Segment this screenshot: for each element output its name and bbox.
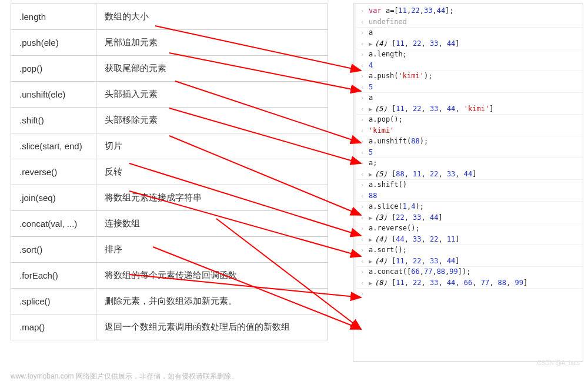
chevron-right-icon: › (360, 71, 369, 82)
chevron-right-icon: › (360, 49, 369, 60)
chevron-right-icon: › (360, 202, 369, 212)
method-name-cell: .reverse() (11, 159, 96, 185)
methods-table: .length数组的大小.push(ele)尾部追加元素.pop()获取尾部的元… (11, 4, 328, 340)
chevron-right-icon: › (360, 136, 369, 147)
table-row: .reverse()反转 (11, 159, 328, 185)
console-input-line: ›a.concat([66,77,88,99]); (353, 266, 583, 277)
console-line-content: a.sort(); (369, 245, 407, 256)
method-name-cell: .map() (11, 314, 96, 340)
console-output-line: ‹▶(5) [11, 22, 33, 44, 'kimi'] (353, 103, 583, 115)
method-name-cell: .sort() (11, 237, 96, 263)
table-row: .unshift(ele)头部插入元素 (11, 82, 328, 108)
method-desc-cell: 删除元素，并向数组添加新元素。 (96, 289, 328, 314)
triangle-right-icon: ▶ (369, 258, 372, 265)
page-root: .length数组的大小.push(ele)尾部追加元素.pop()获取尾部的元… (0, 0, 588, 385)
console-line-content: 4 (369, 61, 373, 71)
method-desc-cell: 数组的大小 (96, 4, 328, 30)
method-name-cell: .slice(start, end) (11, 133, 96, 159)
method-desc-cell: 切片 (96, 133, 328, 159)
console-line-content: ▶(5) [11, 22, 33, 44, 'kimi'] (369, 104, 493, 115)
console-input-line: ›a.length; (353, 49, 583, 60)
console-output-line: ‹5 (353, 147, 583, 158)
console-line-content: var a=[11,22,33,44]; (369, 6, 454, 16)
chevron-right-icon: › (360, 6, 369, 16)
chevron-right-icon: › (360, 245, 369, 256)
console-input-line: ›a.shift() (353, 179, 583, 190)
chevron-left-icon: ‹ (360, 82, 369, 93)
console-input-line: ›a.pop(); (353, 114, 583, 125)
triangle-right-icon: ▶ (369, 106, 372, 112)
table-row: .sort()排序 (11, 237, 328, 263)
chevron-left-icon: ‹ (360, 213, 369, 223)
console-output-line: ‹5 (353, 82, 583, 93)
console-input-line: ›var a=[11,22,33,44]; (353, 5, 583, 16)
footer-right-watermark: CSDN @A_bats (537, 360, 580, 366)
table-row: .shift()头部移除元素 (11, 108, 328, 133)
table-row: .forEach()将数组的每个元素传递给回调函数 (11, 263, 328, 289)
table-row: .join(seq)将数组元素连接成字符串 (11, 185, 328, 211)
console-output-line: ‹88 (353, 190, 583, 202)
chevron-right-icon: › (360, 267, 369, 277)
method-name-cell: .splice() (11, 289, 96, 314)
console-line-content: ▶(3) [22, 33, 44] (369, 213, 443, 223)
console-input-line: ›a (353, 27, 583, 38)
method-name-cell: .forEach() (11, 263, 96, 289)
method-desc-cell: 排序 (96, 237, 328, 263)
table-row: .pop()获取尾部的元素 (11, 56, 328, 82)
console-output-line: ‹▶(4) [11, 22, 33, 44] (353, 38, 583, 49)
console-line-content: a (369, 93, 373, 103)
method-name-cell: .pop() (11, 56, 96, 82)
console-output-line: ‹▶(5) [88, 11, 22, 33, 44] (353, 169, 583, 180)
console-output-line: ‹▶(8) [11, 22, 33, 44, 66, 77, 88, 99] (353, 277, 583, 289)
chevron-left-icon: ‹ (360, 235, 369, 245)
console-output: ›var a=[11,22,33,44];‹undefined›a‹▶(4) [… (353, 4, 583, 302)
chevron-left-icon: ‹ (360, 126, 369, 136)
method-name-cell: .shift() (11, 108, 96, 133)
method-name-cell: .push(ele) (11, 30, 96, 56)
chevron-left-icon: ‹ (360, 39, 369, 49)
console-line-content: ▶(4) [11, 22, 33, 44] (369, 256, 460, 267)
console-line-content: undefined (369, 17, 407, 28)
console-output-line: ‹▶(4) [11, 22, 33, 44] (353, 256, 583, 267)
console-line-content: 'kimi' (369, 126, 394, 136)
table-row: .slice(start, end)切片 (11, 133, 328, 159)
console-line-content: ▶(8) [11, 22, 33, 44, 66, 77, 88, 99] (369, 278, 527, 289)
method-desc-cell: 获取尾部的元素 (96, 56, 328, 82)
triangle-right-icon: ▶ (369, 280, 372, 286)
methods-panel: .length数组的大小.push(ele)尾部追加元素.pop()获取尾部的元… (0, 0, 329, 385)
console-line-content: a.slice(1,4); (369, 202, 424, 212)
triangle-right-icon: ▶ (369, 41, 372, 47)
console-line-content: a.concat([66,77,88,99]); (369, 267, 470, 277)
method-desc-cell: 头部移除元素 (96, 108, 328, 133)
console-input-line: ›a.slice(1,4); (353, 201, 583, 212)
chevron-left-icon: ‹ (360, 256, 369, 267)
console-input-line: ›a.reverse(); (353, 223, 583, 234)
console-gutter (353, 4, 356, 302)
method-desc-cell: 尾部追加元素 (96, 30, 328, 56)
console-line-content: a.unshift(88); (369, 136, 428, 147)
console-line-content: 88 (369, 191, 377, 202)
console-input-line: ›a.unshift(88); (353, 136, 583, 147)
console-line-content: a.push('kimi'); (369, 71, 432, 82)
console-input-line: › (353, 288, 583, 299)
console-output-line: ‹'kimi' (353, 125, 583, 136)
footer-watermark: www.toymoban.com 网络图片仅供展示，非存储，如有侵权请联系删除。 (11, 371, 238, 381)
method-desc-cell: 反转 (96, 159, 328, 185)
method-name-cell: .unshift(ele) (11, 82, 96, 108)
triangle-right-icon: ▶ (369, 171, 372, 178)
method-name-cell: .concat(val, ...) (11, 211, 96, 237)
method-desc-cell: 将数组元素连接成字符串 (96, 185, 328, 211)
chevron-left-icon: ‹ (360, 191, 369, 202)
chevron-left-icon: ‹ (360, 17, 369, 28)
chevron-right-icon: › (360, 93, 369, 103)
chevron-left-icon: ‹ (360, 104, 369, 115)
console-panel: ›var a=[11,22,33,44];‹undefined›a‹▶(4) [… (353, 4, 583, 362)
console-input-line: ›a.push('kimi'); (353, 71, 583, 82)
console-line-content: 5 (369, 148, 373, 158)
table-row: .splice()删除元素，并向数组添加新元素。 (11, 289, 328, 314)
chevron-right-icon: › (360, 289, 369, 299)
console-line-content: a.length; (369, 49, 407, 60)
console-output-line: ‹undefined (353, 16, 583, 28)
console-output-line: ‹▶(3) [22, 33, 44] (353, 212, 583, 223)
triangle-right-icon: ▶ (369, 236, 372, 243)
